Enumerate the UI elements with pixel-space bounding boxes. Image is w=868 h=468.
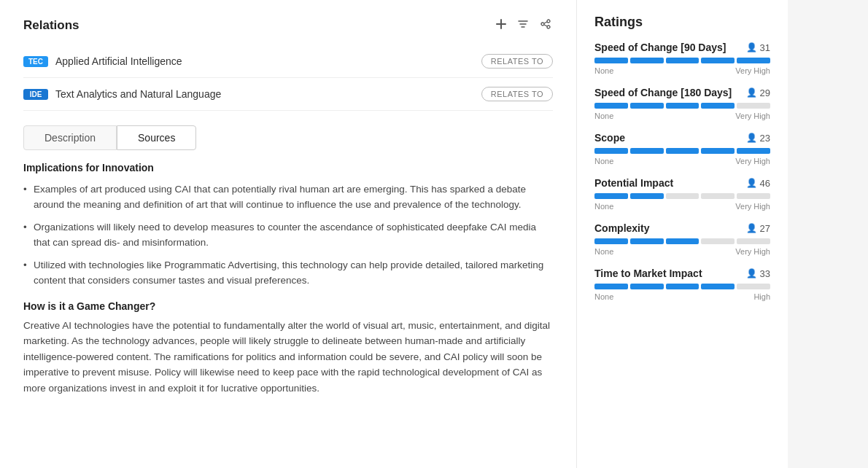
relation-tag: IDE <box>23 89 48 100</box>
bar-label-high: Very High <box>735 202 770 211</box>
rating-item: Speed of Change [90 Days] 👤 31 None Very… <box>594 42 770 75</box>
content-area: Implications for Innovation Examples of … <box>23 162 553 397</box>
rating-label: Speed of Change [90 Days] <box>594 42 726 53</box>
rating-label: Potential Impact <box>594 177 673 189</box>
bar-label-high: Very High <box>735 157 770 165</box>
bar-labels: None High <box>594 292 770 301</box>
rating-item: Complexity 👤 27 None Very High <box>594 222 770 256</box>
share-relations-button[interactable] <box>538 17 553 34</box>
ratings-title: Ratings <box>594 15 770 30</box>
rating-count: 👤 31 <box>746 42 770 53</box>
bar-label-none: None <box>594 292 613 301</box>
relations-actions <box>495 17 553 34</box>
bar-segment <box>737 238 770 244</box>
bar-label-none: None <box>594 157 613 165</box>
rating-bar <box>594 284 770 289</box>
rating-row: Speed of Change [180 Days] 👤 29 <box>594 87 770 98</box>
rating-item: Time to Market Impact 👤 33 None High <box>594 268 770 301</box>
bullet-item: Utilized with technologies like Programm… <box>23 258 553 289</box>
bar-label-none: None <box>594 202 613 211</box>
ratings-list: Speed of Change [90 Days] 👤 31 None Very… <box>594 42 770 301</box>
relations-header: Relations <box>23 17 553 34</box>
filter-relations-button[interactable] <box>516 17 530 34</box>
rating-label: Scope <box>594 132 625 144</box>
bar-label-none: None <box>594 66 613 75</box>
bar-segment <box>594 193 628 199</box>
bar-segment <box>630 193 664 199</box>
rating-bar <box>594 238 770 244</box>
relations-title: Relations <box>23 18 80 33</box>
rating-label: Complexity <box>594 222 649 234</box>
rating-label: Time to Market Impact <box>594 268 702 279</box>
person-icon: 👤 <box>746 223 757 233</box>
bar-labels: None Very High <box>594 247 770 256</box>
bullet-list: Examples of art produced using CAI that … <box>23 182 553 289</box>
relation-type-badge: RELATES TO <box>481 87 553 101</box>
relation-tag: TEC <box>23 56 48 67</box>
bar-segment <box>737 103 770 109</box>
rating-count: 👤 33 <box>746 268 770 279</box>
body-text: Creative AI technologies have the potent… <box>23 318 553 397</box>
bar-segment <box>594 58 628 63</box>
bar-labels: None Very High <box>594 202 770 211</box>
rating-row: Scope 👤 23 <box>594 132 770 144</box>
bar-segment <box>630 58 664 63</box>
rating-row: Time to Market Impact 👤 33 <box>594 268 770 279</box>
bar-segment <box>630 284 664 289</box>
bar-segment <box>666 284 700 289</box>
bar-label-high: Very High <box>735 66 770 75</box>
bar-label-high: Very High <box>735 112 770 120</box>
person-icon: 👤 <box>746 42 757 52</box>
svg-point-4 <box>547 26 550 28</box>
right-panel: Ratings Speed of Change [90 Days] 👤 31 N… <box>576 0 788 468</box>
bar-segment <box>666 103 700 109</box>
bar-label-none: None <box>594 112 613 120</box>
rating-row: Speed of Change [90 Days] 👤 31 <box>594 42 770 53</box>
relation-name: Applied Artificial Intelligence <box>55 55 481 67</box>
rating-row: Potential Impact 👤 46 <box>594 177 770 189</box>
person-icon: 👤 <box>746 133 757 143</box>
person-icon: 👤 <box>746 87 757 98</box>
bar-segment <box>594 148 628 154</box>
bar-segment <box>701 58 735 63</box>
bar-labels: None Very High <box>594 112 770 120</box>
bar-segment <box>594 284 628 289</box>
content-tabs: Description Sources <box>23 125 553 150</box>
relation-row: IDE Text Analytics and Natural Language … <box>23 78 553 111</box>
rating-item: Speed of Change [180 Days] 👤 29 None Ver… <box>594 87 770 120</box>
svg-point-3 <box>547 20 550 23</box>
bar-segment <box>701 103 735 109</box>
bar-segment <box>666 58 700 63</box>
svg-line-6 <box>544 25 547 26</box>
bar-segment <box>701 193 735 199</box>
rating-label: Speed of Change [180 Days] <box>594 87 732 98</box>
tab-sources[interactable]: Sources <box>117 125 196 150</box>
rating-bar <box>594 58 770 63</box>
rating-count: 👤 23 <box>746 133 770 144</box>
bar-segment <box>701 238 735 244</box>
relation-name: Text Analytics and Natural Language <box>55 88 481 100</box>
rating-bar <box>594 103 770 109</box>
bar-segment <box>737 148 770 154</box>
bar-labels: None Very High <box>594 157 770 165</box>
bar-label-none: None <box>594 247 613 256</box>
rating-row: Complexity 👤 27 <box>594 222 770 234</box>
relation-row: TEC Applied Artificial Intelligence RELA… <box>23 45 553 78</box>
rating-count: 👤 27 <box>746 223 770 234</box>
add-relation-button[interactable] <box>495 17 508 34</box>
relation-list: TEC Applied Artificial Intelligence RELA… <box>23 45 553 111</box>
person-icon: 👤 <box>746 268 757 278</box>
bar-segment <box>737 193 770 199</box>
bar-segment <box>630 103 664 109</box>
bar-segment <box>701 284 735 289</box>
rating-item: Potential Impact 👤 46 None Very High <box>594 177 770 211</box>
main-panel: Relations <box>0 0 576 468</box>
bullet-item: Organizations will likely need to develo… <box>23 220 553 251</box>
bullet-item: Examples of art produced using CAI that … <box>23 182 553 213</box>
section2-heading: How is it a Game Changer? <box>23 300 553 312</box>
bar-label-high: High <box>753 292 770 301</box>
tab-description[interactable]: Description <box>23 125 117 150</box>
svg-point-2 <box>541 23 544 26</box>
bar-label-high: Very High <box>735 247 770 256</box>
bar-segment <box>737 284 770 289</box>
